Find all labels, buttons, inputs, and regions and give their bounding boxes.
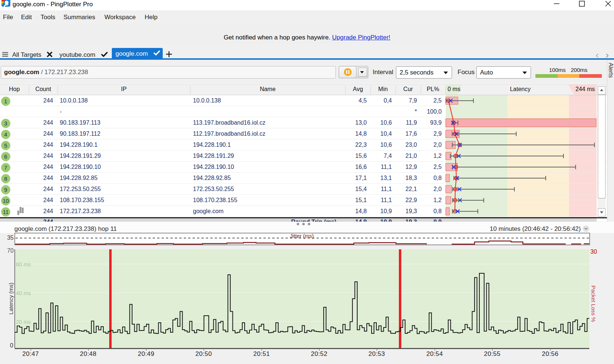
svg-text:40 ms: 40 ms	[16, 290, 31, 296]
svg-text:60 ms: 60 ms	[16, 261, 31, 267]
svg-text:20 ms: 20 ms	[16, 319, 31, 325]
svg-text:Jitter (ms): Jitter (ms)	[290, 233, 314, 239]
